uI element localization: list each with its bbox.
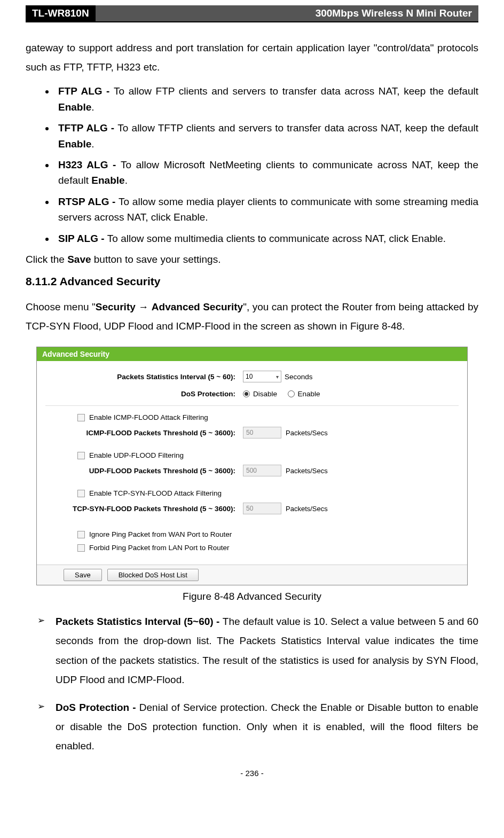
menu-bold1: Security [96,301,136,312]
dos-disable-label: Disable [253,390,277,398]
alg-item: H323 ALG - To allow Microsoft NetMeeting… [55,157,478,189]
desc-item: DoS Protection - Denial of Service prote… [37,698,478,756]
menu-bold2: Advanced Security [152,301,243,312]
header-model: TL-WR810N [26,5,96,21]
tcp-check-label: Enable TCP-SYN-FLOOD Attack Filtering [89,489,222,497]
alg-bold-tail: Enable [91,175,124,186]
intro-paragraph: gateway to support address and port tran… [26,38,478,77]
alg-item: RTSP ALG - To allow some media player cl… [55,194,478,225]
panel-body: Packets Statistics Interval (5 ~ 60): 10… [37,361,467,565]
ping-wan-label: Ignore Ping Packet from WAN Port to Rout… [89,530,232,538]
page-number: - 236 - [26,769,478,778]
icmp-checkbox[interactable] [77,414,85,421]
alg-label: TFTP ALG - [58,122,117,134]
tcp-thresh-label: TCP-SYN-FLOOD Packets Threshold (5 ~ 360… [45,505,243,513]
udp-check-label: Enable UDP-FLOOD Filtering [89,451,184,459]
interval-row: Packets Statistics Interval (5 ~ 60): 10… [45,371,459,382]
advanced-security-panel: Advanced Security Packets Statistics Int… [36,347,468,585]
alg-label: SIP ALG - [58,233,107,244]
page-header: TL-WR810N 300Mbps Wireless N Mini Router [26,5,478,22]
icmp-thresh-row: ICMP-FLOOD Packets Threshold (5 ~ 3600):… [45,427,459,438]
dos-enable-label: Enable [298,390,320,398]
interval-value-wrap: 10 ▾ Seconds [243,371,313,382]
udp-thresh-input[interactable]: 500 [243,465,281,476]
desc-item: Packets Statistics Interval (5~60) - The… [37,612,478,689]
interval-unit: Seconds [285,373,313,381]
ping-lan-checkbox[interactable] [77,544,85,552]
panel-footer: Save Blocked DoS Host List [37,565,467,585]
desc-label: DoS Protection - [56,702,139,713]
header-title: 300Mbps Wireless N Mini Router [96,5,478,21]
dos-disable-radio[interactable] [243,390,250,397]
interval-select[interactable]: 10 ▾ [243,371,281,382]
figure-wrap: Advanced Security Packets Statistics Int… [36,347,468,585]
alg-label: FTP ALG - [58,85,114,97]
alg-bullet-list: FTP ALG - To allow FTP clients and serve… [26,83,478,246]
icmp-check-row: Enable ICMP-FLOOD Attack Filtering [45,413,459,421]
save-post: button to save your settings. [91,254,221,265]
icmp-unit: Packets/Secs [286,429,328,437]
alg-text: To allow some media player clients to co… [58,196,478,223]
alg-tail: . [91,138,94,150]
interval-label: Packets Statistics Interval (5 ~ 60): [45,373,243,381]
save-line: Click the Save button to save your setti… [26,254,478,265]
udp-checkbox[interactable] [77,452,85,459]
icmp-thresh-input[interactable]: 50 [243,427,281,438]
description-list: Packets Statistics Interval (5~60) - The… [26,612,478,756]
page-content: gateway to support address and port tran… [0,38,504,794]
dos-enable-radio[interactable] [288,390,295,397]
dos-label: DoS Protection: [45,390,243,398]
tcp-check-row: Enable TCP-SYN-FLOOD Attack Filtering [45,489,459,497]
alg-text: To allow some multimedia clients to comm… [107,233,446,244]
icmp-check-label: Enable ICMP-FLOOD Attack Filtering [89,413,208,421]
dos-value-wrap: Disable Enable [243,390,320,398]
alg-label: RTSP ALG - [58,196,119,207]
alg-bold-tail: Enable [58,101,91,113]
udp-thresh-label: UDP-FLOOD Packets Threshold (5 ~ 3600): [45,467,243,475]
save-button[interactable]: Save [64,569,102,581]
udp-unit: Packets/Secs [286,467,328,475]
alg-item: FTP ALG - To allow FTP clients and serve… [55,83,478,115]
alg-text: To allow TFTP clients and servers to tra… [117,122,478,134]
dos-row: DoS Protection: Disable Enable [45,390,459,398]
tcp-checkbox[interactable] [77,490,85,497]
section-heading: 8.11.2 Advanced Security [26,275,478,288]
save-pre: Click the [26,254,67,265]
alg-tail: . [125,175,128,186]
desc-label: Packets Statistics Interval (5~60) - [56,616,223,627]
chevron-down-icon: ▾ [276,374,279,380]
tcp-thresh-input[interactable]: 50 [243,503,281,514]
save-bold: Save [67,254,91,265]
alg-label: H323 ALG - [58,159,121,170]
tcp-unit: Packets/Secs [286,505,328,513]
ping-wan-row: Ignore Ping Packet from WAN Port to Rout… [45,530,459,538]
alg-tail: . [91,101,94,113]
ping-wan-checkbox[interactable] [77,531,85,538]
figure-caption: Figure 8-48 Advanced Security [26,591,478,602]
blocked-dos-button[interactable]: Blocked DoS Host List [107,569,199,581]
ping-lan-label: Forbid Ping Packet from LAN Port to Rout… [89,544,230,552]
menu-line: Choose menu "Security → Advanced Securit… [26,297,478,336]
menu-pre: Choose menu " [26,301,96,312]
udp-thresh-row: UDP-FLOOD Packets Threshold (5 ~ 3600): … [45,465,459,476]
alg-bold-tail: Enable [58,138,91,150]
icmp-thresh-label: ICMP-FLOOD Packets Threshold (5 ~ 3600): [45,429,243,437]
panel-title: Advanced Security [37,347,467,361]
interval-value: 10 [246,373,253,380]
alg-text: To allow FTP clients and servers to tran… [114,85,478,97]
udp-check-row: Enable UDP-FLOOD Filtering [45,451,459,459]
ping-lan-row: Forbid Ping Packet from LAN Port to Rout… [45,544,459,552]
menu-arrow: → [136,301,152,312]
tcp-thresh-row: TCP-SYN-FLOOD Packets Threshold (5 ~ 360… [45,503,459,514]
separator [45,405,459,406]
alg-item: TFTP ALG - To allow TFTP clients and ser… [55,120,478,152]
alg-item: SIP ALG - To allow some multimedia clien… [55,231,478,246]
